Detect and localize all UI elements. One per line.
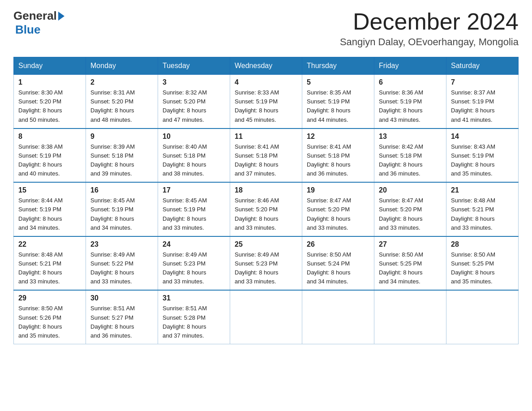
calendar-week-row: 8Sunrise: 8:38 AM Sunset: 5:19 PM Daylig…	[14, 128, 519, 183]
day-info: Sunrise: 8:45 AM Sunset: 5:19 PM Dayligh…	[163, 196, 225, 232]
day-info: Sunrise: 8:51 AM Sunset: 5:28 PM Dayligh…	[163, 304, 225, 340]
table-row: 13Sunrise: 8:42 AM Sunset: 5:18 PM Dayli…	[374, 128, 446, 183]
day-info: Sunrise: 8:49 AM Sunset: 5:23 PM Dayligh…	[235, 250, 297, 287]
day-number: 7	[451, 78, 514, 86]
calendar-header-row: Sunday Monday Tuesday Wednesday Thursday…	[14, 57, 519, 75]
day-info: Sunrise: 8:41 AM Sunset: 5:18 PM Dayligh…	[307, 142, 369, 179]
header-saturday: Saturday	[446, 57, 519, 75]
day-number: 16	[90, 186, 153, 194]
location-subtitle: Sangiyn Dalay, OEvoerhangay, Mongolia	[340, 36, 519, 48]
table-row: 21Sunrise: 8:48 AM Sunset: 5:21 PM Dayli…	[446, 182, 519, 236]
page-header: General Blue December 2024 Sangiyn Dalay…	[13, 9, 519, 48]
day-number: 27	[379, 240, 442, 248]
day-number: 6	[379, 78, 442, 86]
table-row	[302, 290, 374, 344]
table-row: 2Sunrise: 8:31 AM Sunset: 5:20 PM Daylig…	[86, 75, 158, 128]
day-info: Sunrise: 8:40 AM Sunset: 5:18 PM Dayligh…	[163, 142, 225, 179]
day-number: 29	[18, 294, 81, 302]
day-info: Sunrise: 8:41 AM Sunset: 5:18 PM Dayligh…	[235, 142, 297, 179]
day-number: 17	[163, 186, 225, 194]
calendar-week-row: 1Sunrise: 8:30 AM Sunset: 5:20 PM Daylig…	[14, 75, 519, 128]
day-info: Sunrise: 8:50 AM Sunset: 5:25 PM Dayligh…	[451, 250, 514, 287]
day-info: Sunrise: 8:45 AM Sunset: 5:19 PM Dayligh…	[90, 196, 153, 232]
calendar-table: Sunday Monday Tuesday Wednesday Thursday…	[13, 57, 519, 344]
title-area: December 2024 Sangiyn Dalay, OEvoerhanga…	[340, 9, 519, 48]
day-info: Sunrise: 8:50 AM Sunset: 5:24 PM Dayligh…	[307, 250, 369, 287]
table-row: 15Sunrise: 8:44 AM Sunset: 5:19 PM Dayli…	[14, 182, 86, 236]
day-info: Sunrise: 8:31 AM Sunset: 5:20 PM Dayligh…	[90, 88, 153, 124]
day-number: 23	[90, 240, 153, 248]
table-row: 5Sunrise: 8:35 AM Sunset: 5:19 PM Daylig…	[302, 75, 374, 128]
day-info: Sunrise: 8:32 AM Sunset: 5:20 PM Dayligh…	[163, 88, 225, 124]
day-number: 10	[163, 133, 225, 141]
table-row: 14Sunrise: 8:43 AM Sunset: 5:19 PM Dayli…	[446, 128, 519, 183]
header-sunday: Sunday	[14, 57, 86, 75]
day-number: 5	[307, 78, 369, 86]
table-row: 27Sunrise: 8:50 AM Sunset: 5:25 PM Dayli…	[374, 236, 446, 291]
table-row: 11Sunrise: 8:41 AM Sunset: 5:18 PM Dayli…	[230, 128, 302, 183]
day-number: 20	[379, 186, 442, 194]
logo-general-text: General	[13, 9, 57, 23]
day-number: 18	[235, 186, 297, 194]
day-number: 9	[90, 133, 153, 141]
day-number: 11	[235, 133, 297, 141]
header-thursday: Thursday	[302, 57, 374, 75]
header-monday: Monday	[86, 57, 158, 75]
day-number: 21	[451, 186, 514, 194]
day-info: Sunrise: 8:48 AM Sunset: 5:21 PM Dayligh…	[18, 250, 81, 287]
day-info: Sunrise: 8:44 AM Sunset: 5:19 PM Dayligh…	[18, 196, 81, 232]
table-row: 10Sunrise: 8:40 AM Sunset: 5:18 PM Dayli…	[158, 128, 230, 183]
day-info: Sunrise: 8:50 AM Sunset: 5:26 PM Dayligh…	[18, 304, 81, 340]
day-number: 24	[163, 240, 225, 248]
table-row: 29Sunrise: 8:50 AM Sunset: 5:26 PM Dayli…	[14, 290, 86, 344]
table-row: 6Sunrise: 8:36 AM Sunset: 5:19 PM Daylig…	[374, 75, 446, 128]
table-row: 12Sunrise: 8:41 AM Sunset: 5:18 PM Dayli…	[302, 128, 374, 183]
table-row: 8Sunrise: 8:38 AM Sunset: 5:19 PM Daylig…	[14, 128, 86, 183]
table-row: 18Sunrise: 8:46 AM Sunset: 5:20 PM Dayli…	[230, 182, 302, 236]
day-info: Sunrise: 8:49 AM Sunset: 5:23 PM Dayligh…	[163, 250, 225, 287]
day-number: 26	[307, 240, 369, 248]
table-row: 28Sunrise: 8:50 AM Sunset: 5:25 PM Dayli…	[446, 236, 519, 291]
day-info: Sunrise: 8:38 AM Sunset: 5:19 PM Dayligh…	[18, 142, 81, 179]
table-row: 30Sunrise: 8:51 AM Sunset: 5:27 PM Dayli…	[86, 290, 158, 344]
day-number: 28	[451, 240, 514, 248]
day-number: 3	[163, 78, 225, 86]
calendar-week-row: 29Sunrise: 8:50 AM Sunset: 5:26 PM Dayli…	[14, 290, 519, 344]
day-number: 22	[18, 240, 81, 248]
day-info: Sunrise: 8:50 AM Sunset: 5:25 PM Dayligh…	[379, 250, 442, 287]
day-info: Sunrise: 8:33 AM Sunset: 5:19 PM Dayligh…	[235, 88, 297, 124]
logo-blue-text: Blue	[15, 23, 40, 36]
day-number: 4	[235, 78, 297, 86]
table-row: 16Sunrise: 8:45 AM Sunset: 5:19 PM Dayli…	[86, 182, 158, 236]
day-info: Sunrise: 8:43 AM Sunset: 5:19 PM Dayligh…	[451, 142, 514, 179]
calendar-week-row: 15Sunrise: 8:44 AM Sunset: 5:19 PM Dayli…	[14, 182, 519, 236]
day-info: Sunrise: 8:46 AM Sunset: 5:20 PM Dayligh…	[235, 196, 297, 232]
table-row	[446, 290, 519, 344]
calendar-week-row: 22Sunrise: 8:48 AM Sunset: 5:21 PM Dayli…	[14, 236, 519, 291]
header-friday: Friday	[374, 57, 446, 75]
day-info: Sunrise: 8:49 AM Sunset: 5:22 PM Dayligh…	[90, 250, 153, 287]
day-number: 25	[235, 240, 297, 248]
header-wednesday: Wednesday	[230, 57, 302, 75]
day-info: Sunrise: 8:35 AM Sunset: 5:19 PM Dayligh…	[307, 88, 369, 124]
day-info: Sunrise: 8:36 AM Sunset: 5:19 PM Dayligh…	[379, 88, 442, 124]
day-number: 8	[18, 133, 81, 141]
day-info: Sunrise: 8:51 AM Sunset: 5:27 PM Dayligh…	[90, 304, 153, 340]
table-row	[230, 290, 302, 344]
day-number: 15	[18, 186, 81, 194]
table-row: 17Sunrise: 8:45 AM Sunset: 5:19 PM Dayli…	[158, 182, 230, 236]
table-row: 7Sunrise: 8:37 AM Sunset: 5:19 PM Daylig…	[446, 75, 519, 128]
day-number: 2	[90, 78, 153, 86]
logo-flag-icon	[58, 12, 64, 21]
header-tuesday: Tuesday	[158, 57, 230, 75]
table-row: 3Sunrise: 8:32 AM Sunset: 5:20 PM Daylig…	[158, 75, 230, 128]
month-year-title: December 2024	[340, 9, 519, 34]
day-number: 14	[451, 133, 514, 141]
table-row: 19Sunrise: 8:47 AM Sunset: 5:20 PM Dayli…	[302, 182, 374, 236]
table-row: 25Sunrise: 8:49 AM Sunset: 5:23 PM Dayli…	[230, 236, 302, 291]
table-row: 20Sunrise: 8:47 AM Sunset: 5:20 PM Dayli…	[374, 182, 446, 236]
table-row: 9Sunrise: 8:39 AM Sunset: 5:18 PM Daylig…	[86, 128, 158, 183]
table-row: 24Sunrise: 8:49 AM Sunset: 5:23 PM Dayli…	[158, 236, 230, 291]
day-info: Sunrise: 8:48 AM Sunset: 5:21 PM Dayligh…	[451, 196, 514, 232]
day-info: Sunrise: 8:42 AM Sunset: 5:18 PM Dayligh…	[379, 142, 442, 179]
